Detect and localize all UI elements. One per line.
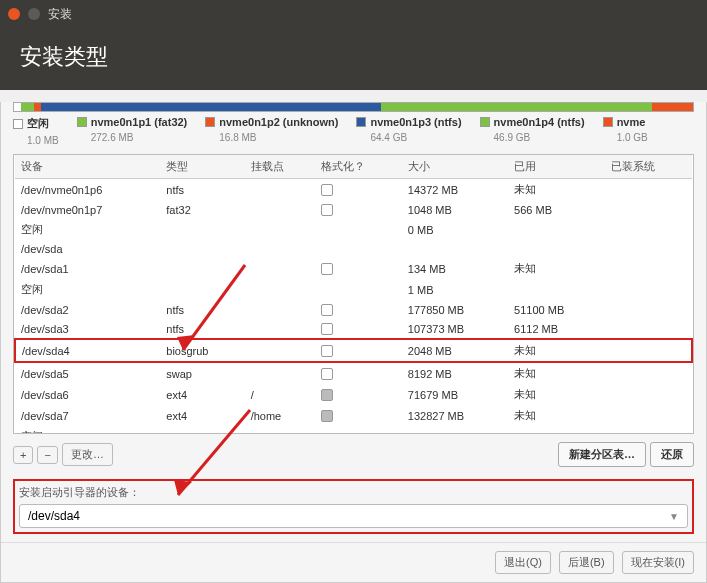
cell-device: /dev/sda4 (15, 339, 160, 362)
quit-button[interactable]: 退出(Q) (495, 551, 551, 574)
cell-type: ntfs (160, 319, 244, 339)
col-type[interactable]: 类型 (160, 155, 244, 179)
legend-name: nvme0n1p2 (unknown) (219, 116, 338, 128)
cell-format (315, 362, 402, 384)
cell-mount (245, 279, 315, 300)
format-checkbox[interactable] (321, 263, 333, 275)
table-row[interactable]: 空闲1 MB (15, 426, 692, 434)
cell-system (605, 319, 692, 339)
change-button[interactable]: 更改… (62, 443, 113, 466)
format-checkbox[interactable] (321, 184, 333, 196)
legend-size: 64.4 GB (370, 132, 461, 143)
format-checkbox[interactable] (321, 345, 333, 357)
format-checkbox[interactable] (321, 323, 333, 335)
legend-size: 16.8 MB (219, 132, 338, 143)
cell-mount (245, 179, 315, 201)
cell-system (605, 339, 692, 362)
cell-format (315, 219, 402, 240)
bootloader-section: 安装启动引导器的设备： /dev/sda4 ▼ (13, 479, 694, 534)
cell-mount (245, 362, 315, 384)
table-row[interactable]: /dev/nvme0n1p7fat321048 MB566 MB (15, 200, 692, 219)
cell-device: /dev/sda5 (15, 362, 160, 384)
legend-swatch-icon (480, 117, 490, 127)
table-row[interactable]: /dev/sda (15, 240, 692, 258)
legend-item: nvme0n1p4 (ntfs)46.9 GB (480, 116, 585, 143)
table-row[interactable]: /dev/sda5swap8192 MB未知 (15, 362, 692, 384)
table-row[interactable]: /dev/sda1134 MB未知 (15, 258, 692, 279)
col-format[interactable]: 格式化？ (315, 155, 402, 179)
cell-system (605, 384, 692, 405)
cell-used (508, 279, 605, 300)
cell-type: ntfs (160, 179, 244, 201)
cell-type: swap (160, 362, 244, 384)
legend-name: nvme (617, 116, 646, 128)
cell-size: 0 MB (402, 219, 508, 240)
cell-mount (245, 240, 315, 258)
legend-swatch-icon (13, 119, 23, 129)
table-row[interactable]: /dev/sda4biosgrub2048 MB未知 (15, 339, 692, 362)
format-checkbox[interactable] (321, 389, 333, 401)
table-row[interactable]: /dev/sda3ntfs107373 MB6112 MB (15, 319, 692, 339)
format-checkbox[interactable] (321, 410, 333, 422)
legend-name: nvme0n1p1 (fat32) (91, 116, 188, 128)
cell-device: 空闲 (15, 426, 160, 434)
cell-size: 1 MB (402, 279, 508, 300)
table-row[interactable]: 空闲0 MB (15, 219, 692, 240)
col-device[interactable]: 设备 (15, 155, 160, 179)
table-row[interactable]: /dev/sda7ext4/home132827 MB未知 (15, 405, 692, 426)
cell-size: 8192 MB (402, 362, 508, 384)
cell-mount (245, 300, 315, 319)
format-checkbox[interactable] (321, 204, 333, 216)
format-checkbox[interactable] (321, 368, 333, 380)
table-row[interactable]: 空闲1 MB (15, 279, 692, 300)
col-size[interactable]: 大小 (402, 155, 508, 179)
cell-system (605, 362, 692, 384)
install-now-button[interactable]: 现在安装(I) (622, 551, 694, 574)
cell-size: 134 MB (402, 258, 508, 279)
legend: 空闲1.0 MBnvme0n1p1 (fat32)272.6 MBnvme0n1… (1, 114, 706, 154)
table-row[interactable]: /dev/sda6ext4/71679 MB未知 (15, 384, 692, 405)
legend-swatch-icon (356, 117, 366, 127)
cell-mount (245, 219, 315, 240)
cell-used: 未知 (508, 384, 605, 405)
cell-type (160, 219, 244, 240)
cell-mount (245, 200, 315, 219)
cell-type: biosgrub (160, 339, 244, 362)
add-partition-button[interactable]: + (13, 446, 33, 464)
cell-device: 空闲 (15, 279, 160, 300)
partition-table[interactable]: 设备 类型 挂载点 格式化？ 大小 已用 已装系统 /dev/nvme0n1p6… (13, 154, 694, 434)
cell-device: /dev/sda6 (15, 384, 160, 405)
back-button[interactable]: 后退(B) (559, 551, 614, 574)
close-icon[interactable] (8, 8, 20, 20)
legend-item: nvme0n1p2 (unknown)16.8 MB (205, 116, 338, 143)
revert-button[interactable]: 还原 (650, 442, 694, 467)
minimize-icon[interactable] (28, 8, 40, 20)
cell-mount: /home (245, 405, 315, 426)
col-used[interactable]: 已用 (508, 155, 605, 179)
cell-system (605, 300, 692, 319)
table-row[interactable]: /dev/nvme0n1p6ntfs14372 MB未知 (15, 179, 692, 201)
new-partition-table-button[interactable]: 新建分区表… (558, 442, 646, 467)
legend-name: nvme0n1p3 (ntfs) (370, 116, 461, 128)
cell-format (315, 319, 402, 339)
cell-mount (245, 426, 315, 434)
col-system[interactable]: 已装系统 (605, 155, 692, 179)
bootloader-device-select[interactable]: /dev/sda4 ▼ (19, 504, 688, 528)
titlebar: 安装 (0, 0, 707, 28)
format-checkbox[interactable] (321, 304, 333, 316)
cell-type (160, 240, 244, 258)
legend-item: 空闲1.0 MB (13, 116, 59, 146)
cell-size: 14372 MB (402, 179, 508, 201)
cell-type: ntfs (160, 300, 244, 319)
cell-used: 未知 (508, 362, 605, 384)
cell-type (160, 258, 244, 279)
cell-type (160, 279, 244, 300)
col-mount[interactable]: 挂载点 (245, 155, 315, 179)
cell-type (160, 426, 244, 434)
remove-partition-button[interactable]: − (37, 446, 57, 464)
cell-format (315, 279, 402, 300)
cell-used (508, 426, 605, 434)
legend-swatch-icon (205, 117, 215, 127)
table-row[interactable]: /dev/sda2ntfs177850 MB51100 MB (15, 300, 692, 319)
legend-swatch-icon (603, 117, 613, 127)
